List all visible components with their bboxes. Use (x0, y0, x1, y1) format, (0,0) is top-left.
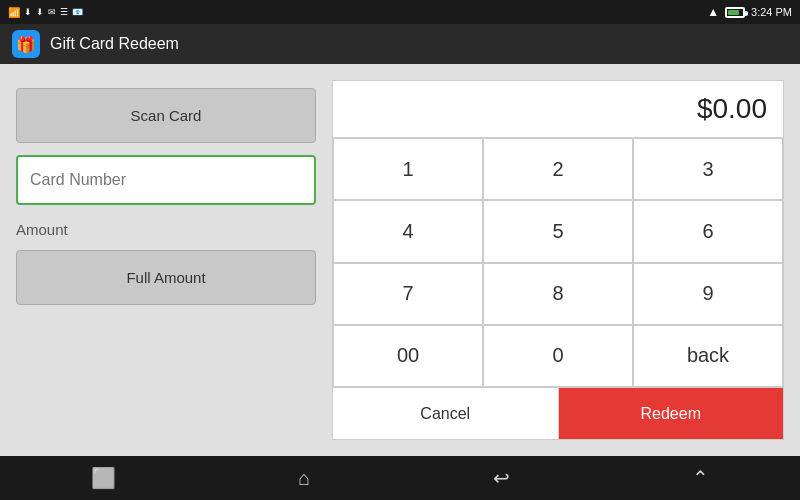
main-content: Scan Card Amount Full Amount $0.00 1 2 3… (0, 64, 800, 456)
app-title: Gift Card Redeem (50, 35, 179, 53)
back-icon[interactable]: ↩ (493, 466, 510, 490)
title-bar: 🎁 Gift Card Redeem (0, 24, 800, 64)
numpad-key-1[interactable]: 1 (333, 138, 483, 200)
status-bar: 📶 ⬇ ⬇ ✉ ☰ 📧 ▲ 3:24 PM (0, 0, 800, 24)
card-number-input[interactable] (16, 155, 316, 205)
action-bar: Cancel Redeem (332, 388, 784, 440)
time-display: 3:24 PM (751, 6, 792, 18)
cancel-button[interactable]: Cancel (333, 388, 559, 439)
numpad-key-8[interactable]: 8 (483, 263, 633, 325)
numpad-key-2[interactable]: 2 (483, 138, 633, 200)
numpad: 1 2 3 4 5 6 7 8 9 00 0 back (332, 137, 784, 388)
numpad-key-0[interactable]: 0 (483, 325, 633, 387)
menu-icon[interactable]: ⌃ (692, 466, 709, 490)
bottom-nav: ⬜ ⌂ ↩ ⌃ (0, 456, 800, 500)
amount-label: Amount (16, 217, 316, 238)
home-icon[interactable]: ⌂ (298, 467, 310, 490)
right-panel: $0.00 1 2 3 4 5 6 7 8 9 00 0 back Cancel… (332, 80, 784, 440)
numpad-key-6[interactable]: 6 (633, 200, 783, 262)
numpad-key-00[interactable]: 00 (333, 325, 483, 387)
numpad-key-back[interactable]: back (633, 325, 783, 387)
redeem-button[interactable]: Redeem (559, 388, 784, 439)
battery-icon (725, 7, 745, 18)
system-status: ▲ 3:24 PM (707, 5, 792, 19)
numpad-key-5[interactable]: 5 (483, 200, 633, 262)
full-amount-button[interactable]: Full Amount (16, 250, 316, 305)
amount-display: $0.00 (332, 80, 784, 137)
notification-icons: 📶 ⬇ ⬇ ✉ ☰ 📧 (8, 7, 83, 18)
numpad-key-4[interactable]: 4 (333, 200, 483, 262)
recents-icon[interactable]: ⬜ (91, 466, 116, 490)
numpad-key-9[interactable]: 9 (633, 263, 783, 325)
left-panel: Scan Card Amount Full Amount (16, 80, 316, 440)
scan-card-button[interactable]: Scan Card (16, 88, 316, 143)
numpad-key-3[interactable]: 3 (633, 138, 783, 200)
numpad-key-7[interactable]: 7 (333, 263, 483, 325)
app-icon: 🎁 (12, 30, 40, 58)
wifi-icon: ▲ (707, 5, 719, 19)
